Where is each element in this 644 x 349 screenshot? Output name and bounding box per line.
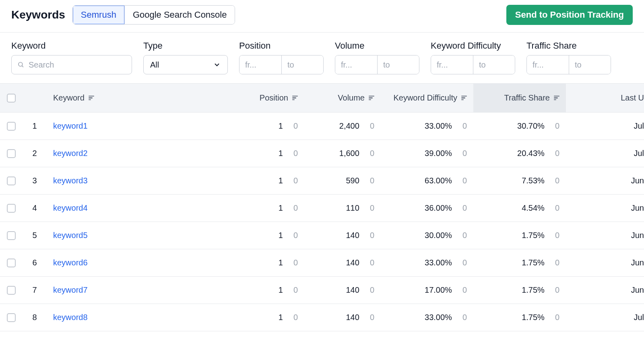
row-checkbox[interactable] xyxy=(7,122,16,131)
keyword-link[interactable]: keyword6 xyxy=(47,249,232,276)
filter-kd: Keyword Difficulty xyxy=(431,41,515,74)
table-row: 6 keyword6 1 0 140 0 33.00% 0 1.75% 0 Ju… xyxy=(0,249,644,277)
row-checkbox[interactable] xyxy=(7,231,16,240)
ts-value: 1.75% xyxy=(522,231,545,240)
position-cell: 1 0 xyxy=(232,249,304,276)
kd-value: 63.00% xyxy=(425,176,452,185)
col-kd[interactable]: Keyword Difficulty xyxy=(381,84,473,112)
ts-delta: 0 xyxy=(555,176,559,185)
filter-type: Type All xyxy=(143,41,228,74)
position-delta: 0 xyxy=(293,313,298,322)
volume-delta: 0 xyxy=(370,258,374,267)
row-checkbox[interactable] xyxy=(7,286,16,295)
col-keyword[interactable]: Keyword xyxy=(47,84,232,112)
col-last-label: Last U xyxy=(621,93,644,103)
filter-volume: Volume xyxy=(335,41,419,74)
type-select[interactable]: All xyxy=(143,55,228,74)
ts-value: 30.70% xyxy=(517,121,545,131)
kd-from-input[interactable] xyxy=(431,55,473,74)
sort-icon xyxy=(369,96,374,101)
tab-semrush[interactable]: Semrush xyxy=(73,6,124,24)
position-to-input[interactable] xyxy=(281,55,323,74)
ts-cell: 20.43% 0 xyxy=(473,140,566,167)
keyword-link[interactable]: keyword2 xyxy=(47,140,232,167)
row-checkbox[interactable] xyxy=(7,149,16,158)
keyword-link[interactable]: keyword3 xyxy=(47,167,232,194)
col-volume-label: Volume xyxy=(338,93,365,103)
keyword-link[interactable]: keyword5 xyxy=(47,222,232,249)
keyword-link[interactable]: keyword8 xyxy=(47,304,232,331)
table-header: Keyword Position Volume Keyword Difficul… xyxy=(0,84,644,113)
volume-value: 140 xyxy=(346,313,359,322)
row-checkbox[interactable] xyxy=(7,313,16,322)
ts-from-input[interactable] xyxy=(527,55,569,74)
keyword-link[interactable]: keyword1 xyxy=(47,113,232,140)
kd-value: 36.00% xyxy=(425,203,452,213)
kd-cell: 36.00% 0 xyxy=(381,195,473,222)
sort-icon xyxy=(461,96,467,101)
col-ts-label: Traffic Share xyxy=(504,93,550,103)
col-volume[interactable]: Volume xyxy=(304,84,381,112)
row-select-cell xyxy=(0,249,23,276)
col-last[interactable]: Last U xyxy=(566,84,644,112)
last-cell: Jul xyxy=(566,304,644,331)
filter-position-label: Position xyxy=(239,41,324,51)
row-checkbox[interactable] xyxy=(7,204,16,213)
filter-type-label: Type xyxy=(143,41,228,51)
row-checkbox[interactable] xyxy=(7,259,16,267)
row-checkbox[interactable] xyxy=(7,177,16,185)
position-delta: 0 xyxy=(293,149,298,158)
select-all-cell xyxy=(0,84,23,112)
kd-cell: 33.00% 0 xyxy=(381,249,473,276)
position-from-input[interactable] xyxy=(239,55,281,74)
page-header: Keywords Semrush Google Search Console S… xyxy=(0,0,644,33)
ts-delta: 0 xyxy=(555,285,559,295)
position-delta: 0 xyxy=(293,203,298,213)
ts-to-input[interactable] xyxy=(569,55,611,74)
col-ts[interactable]: Traffic Share xyxy=(473,84,566,112)
kd-delta: 0 xyxy=(462,231,467,240)
volume-to-input[interactable] xyxy=(377,55,419,74)
keyword-link[interactable]: keyword4 xyxy=(47,195,232,222)
page-title: Keywords xyxy=(11,8,65,21)
col-position[interactable]: Position xyxy=(232,84,304,112)
row-index: 5 xyxy=(23,222,47,249)
kd-cell: 30.00% 0 xyxy=(381,222,473,249)
ts-delta: 0 xyxy=(555,231,559,240)
ts-delta: 0 xyxy=(555,203,559,213)
position-value: 1 xyxy=(279,313,283,322)
table-row: 7 keyword7 1 0 140 0 17.00% 0 1.75% 0 Ju… xyxy=(0,277,644,304)
table-row: 8 keyword8 1 0 140 0 33.00% 0 1.75% 0 Ju… xyxy=(0,304,644,331)
filter-keyword: Keyword xyxy=(11,41,132,74)
volume-cell: 590 0 xyxy=(304,167,381,194)
row-select-cell xyxy=(0,113,23,140)
ts-range xyxy=(526,55,611,74)
kd-value: 30.00% xyxy=(425,231,452,240)
tab-google-search-console[interactable]: Google Search Console xyxy=(124,6,235,24)
kd-value: 33.00% xyxy=(425,121,452,131)
volume-value: 590 xyxy=(346,176,359,185)
volume-from-input[interactable] xyxy=(335,55,377,74)
ts-value: 20.43% xyxy=(517,149,545,158)
select-all-checkbox[interactable] xyxy=(7,94,16,103)
send-to-position-tracking-button[interactable]: Send to Position Tracking xyxy=(506,5,633,25)
kd-cell: 39.00% 0 xyxy=(381,140,473,167)
keyword-link[interactable]: keyword7 xyxy=(47,277,232,304)
sort-icon xyxy=(89,96,94,101)
last-cell: Jun xyxy=(566,222,644,249)
col-index xyxy=(23,84,47,112)
kd-to-input[interactable] xyxy=(473,55,515,74)
position-cell: 1 0 xyxy=(232,167,304,194)
ts-cell: 1.75% 0 xyxy=(473,249,566,276)
search-input[interactable] xyxy=(29,60,126,70)
source-tabs: Semrush Google Search Console xyxy=(72,5,235,25)
search-input-wrap[interactable] xyxy=(11,55,132,74)
row-index: 2 xyxy=(23,140,47,167)
volume-value: 140 xyxy=(346,231,359,240)
ts-cell: 7.53% 0 xyxy=(473,167,566,194)
volume-cell: 140 0 xyxy=(304,304,381,331)
position-cell: 1 0 xyxy=(232,222,304,249)
volume-range xyxy=(335,55,419,74)
ts-value: 4.54% xyxy=(522,203,545,213)
last-cell: Jun xyxy=(566,249,644,276)
